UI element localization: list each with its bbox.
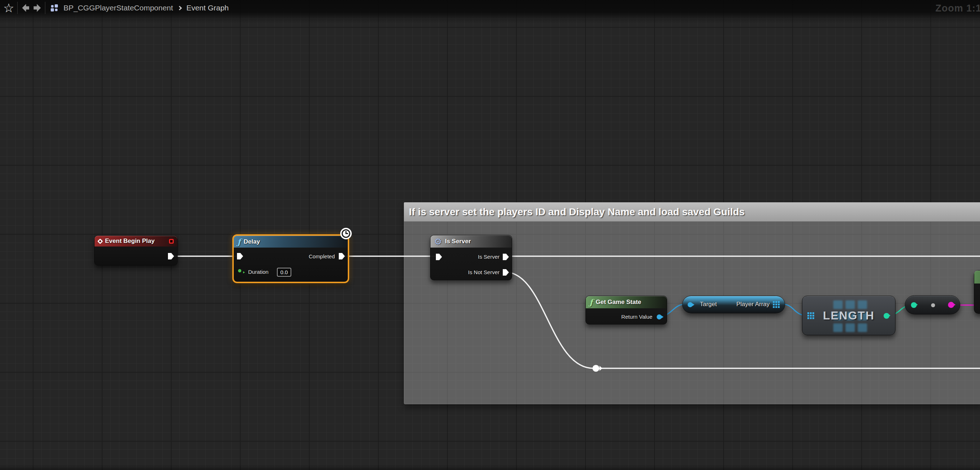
player-array-pin-label: Player Array (736, 301, 770, 308)
zoom-level-label: Zoom 1:1 (935, 3, 980, 14)
target-pin-label: Target (700, 301, 717, 308)
exec-input-pin[interactable] (237, 253, 243, 259)
conv-output-pin[interactable] (948, 302, 954, 308)
duration-input-pin[interactable] (238, 269, 241, 272)
node-title: LENGTH (802, 309, 895, 322)
node-clipped-right[interactable] (974, 270, 980, 314)
node-conversion[interactable] (905, 295, 960, 314)
event-diamond-icon (97, 238, 103, 244)
is-server-exec-output-pin[interactable] (503, 254, 509, 260)
blueprint-editor: If is server set the players ID and Disp… (0, 0, 980, 470)
node-title: Event Begin Play (105, 238, 154, 245)
favorite-star-icon[interactable]: ☆ (2, 1, 15, 15)
forward-arrow-icon[interactable] (33, 4, 41, 12)
exec-output-pin[interactable] (168, 253, 174, 259)
node-delay[interactable]: ƒ Delay Completed Duration 0.0 (232, 234, 349, 283)
target-input-pin[interactable] (687, 302, 693, 307)
breadcrumb-chevron-icon (177, 6, 182, 10)
array-grid-output-pin[interactable] (773, 301, 780, 308)
node-title: Delay (243, 238, 260, 245)
is-not-server-pin-label: Is Not Server (468, 269, 500, 275)
function-icon: ƒ (237, 238, 240, 245)
is-not-server-exec-output-pin[interactable] (503, 269, 509, 276)
completed-pin-label: Completed (309, 253, 335, 259)
node-array-length[interactable]: LENGTH (802, 296, 896, 335)
toolbar-divider (45, 2, 45, 14)
node-title: Is Server (445, 238, 471, 245)
blueprint-icon (50, 3, 59, 12)
node-clipped-right-header (974, 271, 980, 284)
node-delay-header: ƒ Delay (234, 236, 348, 248)
duration-pin-label: Duration (248, 269, 269, 275)
completed-exec-output-pin[interactable] (339, 253, 345, 259)
function-icon: ƒ (589, 299, 593, 306)
toolbar-divider (17, 2, 18, 14)
conv-input-pin[interactable] (911, 302, 917, 308)
duration-value-input[interactable]: 0.0 (277, 268, 291, 277)
node-event-begin-play-header: Event Begin Play (95, 236, 177, 246)
comment-header[interactable]: If is server set the players ID and Disp… (404, 202, 980, 222)
graph-toolbar: ☆ BP_CGGPlayerStateComponent Event Graph… (0, 0, 980, 24)
return-value-pin-label: Return Value (622, 314, 652, 320)
node-event-begin-play[interactable]: Event Begin Play (94, 235, 178, 265)
return-value-output-pin[interactable] (657, 314, 662, 319)
node-get-game-state-header: ƒ Get Game State (586, 296, 667, 308)
node-title: Get Game State (595, 299, 641, 306)
bottom-vignette (0, 464, 980, 470)
exec-input-pin[interactable] (436, 254, 442, 260)
clock-icon (340, 227, 352, 240)
node-get-player-array[interactable]: Target Player Array (682, 296, 785, 313)
gear-icon: ⚙ (434, 237, 442, 246)
comment-title: If is server set the players ID and Disp… (409, 206, 745, 218)
node-get-game-state[interactable]: ƒ Get Game State Return Value (585, 296, 667, 324)
breadcrumb-graph-name[interactable]: Event Graph (186, 3, 229, 12)
array-watermark-icon (833, 300, 843, 309)
conv-body-dot-icon (931, 303, 935, 307)
node-is-server-header: ⚙ Is Server (431, 235, 512, 248)
back-arrow-icon[interactable] (22, 4, 29, 12)
breadcrumb-blueprint-name[interactable]: BP_CGGPlayerStateComponent (63, 3, 173, 12)
node-is-server[interactable]: ⚙ Is Server Is Server Is Not Server (430, 235, 512, 280)
toolbar-items: ☆ BP_CGGPlayerStateComponent Event Graph (0, 0, 229, 16)
length-output-pin[interactable] (884, 313, 889, 319)
array-grid-input-pin[interactable] (807, 312, 814, 319)
is-server-pin-label: Is Server (478, 254, 500, 260)
event-override-icon (169, 239, 174, 244)
